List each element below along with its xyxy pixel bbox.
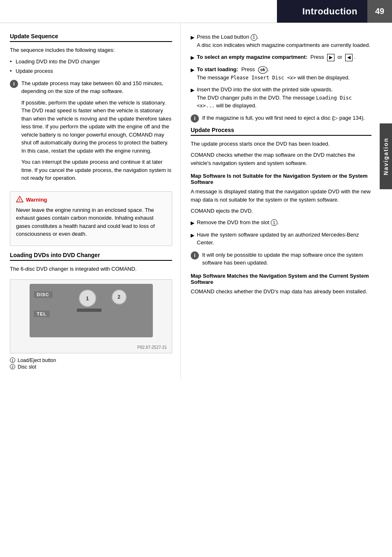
caption-row-1: 1 Load/Eject button	[10, 357, 172, 363]
info-icon-2: i	[191, 114, 199, 123]
slot-circle: 1	[271, 219, 277, 226]
info-icon-1: i	[10, 80, 18, 88]
step-insert-dvd: ▶ Insert the DVD into the slot with the …	[191, 86, 371, 110]
update-process-section: Update Process The update process starts…	[191, 127, 371, 296]
back-btn: ◀	[345, 54, 353, 61]
bullet-2: Update process	[10, 67, 172, 75]
load-eject-button-device: 1	[79, 290, 96, 307]
caption-num-2: 2	[10, 364, 15, 369]
info-block-3: i It will only be posssible to update th…	[191, 251, 371, 267]
update-process-heading: Update Process	[191, 127, 371, 136]
step2-label: To select an empty magazine compartment:	[197, 54, 307, 60]
warning-label: Warning	[26, 197, 47, 203]
caption-num-1: 1	[10, 357, 15, 363]
bullet-1: Loading DVD into the DVD changer	[10, 58, 172, 66]
right-column: ▶ Press the Load button 1. A disc icon i…	[181, 23, 392, 379]
svg-text:!: !	[19, 198, 21, 202]
info2-text: If the magazine is full, you will first …	[202, 114, 371, 123]
warning-triangle-icon: !	[16, 196, 23, 204]
warning-header: ! Warning	[16, 196, 166, 204]
update-sequence-info: i The update process may take between 60…	[10, 79, 172, 186]
loading-dvds-section: Loading DVDs into DVD Changer The 6-disc…	[10, 252, 172, 370]
step-start-loading: ▶ To start loading: Press ok. The messag…	[191, 65, 371, 81]
header-title-area: Introduction	[277, 0, 367, 23]
arrow-icon-3: ▶	[191, 66, 194, 81]
device-captions: 1 Load/Eject button 2 Disc slot	[10, 357, 172, 370]
update-sequence-section: Update Sequence The sequence includes th…	[10, 33, 172, 186]
arrow-icon-1: ▶	[191, 34, 194, 49]
disc-slot-button-device: 2	[112, 290, 127, 304]
warning-text: Never leave the engine running in an enc…	[16, 206, 166, 238]
info-icon-3: i	[191, 251, 199, 260]
map-matches-heading: Map Software Matches the Navigation Syst…	[191, 273, 371, 285]
update-sequence-heading: Update Sequence	[10, 33, 172, 42]
sub-step-update-software: ▶ Have the system software updated by an…	[191, 231, 371, 247]
warning-block: ! Warning Never leave the engine running…	[10, 191, 172, 246]
left-column: Update Sequence The sequence includes th…	[0, 23, 181, 379]
sub-step-2-text: Have the system software updated by an a…	[197, 232, 359, 246]
step1-circle: 1	[251, 34, 257, 41]
caption-text-1: Load/Eject button	[18, 357, 56, 363]
step-select-magazine: ▶ To select an empty magazine compartmen…	[191, 53, 371, 61]
disc-slot-graphic	[77, 309, 101, 312]
step4-text: Insert the DVD into the slot with the pr…	[197, 86, 333, 93]
image-reference: P82.87-2527-31	[137, 345, 167, 350]
step-press-load: ▶ Press the Load button 1. A disc icon i…	[191, 33, 371, 49]
update-sequence-info-text: The update process may take between 60 a…	[21, 79, 172, 186]
ok-btn: ok	[258, 66, 268, 74]
map-matches-para: COMAND checks whether the DVD's map data…	[191, 288, 371, 296]
step3-note: The message Please Insert Disc <x> will …	[197, 74, 350, 81]
update-process-para2: COMAND checks whether the map software o…	[191, 151, 371, 167]
arrow-icon-4: ▶	[191, 86, 194, 110]
sub-step-remove-dvd: ▶ Remove the DVD from the slot 1.	[191, 218, 371, 227]
update-sequence-intro: The sequence includes the following stag…	[10, 46, 172, 54]
tel-label: TEL	[34, 311, 50, 317]
arrow-icon-2: ▶	[191, 54, 194, 61]
map-unsuitable-heading: Map Software Is not Suitable for the Nav…	[191, 173, 371, 185]
info-block-2: i If the magazine is full, you will firs…	[191, 114, 371, 123]
caption-row-2: 2 Disc slot	[10, 364, 172, 370]
main-content: Update Sequence The sequence includes th…	[0, 23, 392, 379]
step4-note: The DVD changer pulls in the DVD. The me…	[197, 95, 352, 109]
loading-dvds-heading: Loading DVDs into DVD Changer	[10, 252, 172, 261]
arrow-icon-6: ▶	[191, 232, 194, 247]
caption-text-2: Disc slot	[18, 364, 36, 370]
update-process-para1: The update process starts once the DVD h…	[191, 140, 371, 148]
navigation-side-tab: Navigation	[380, 123, 392, 189]
step3-label: To start loading:	[197, 66, 238, 72]
loading-dvds-intro: The 6-disc DVD changer is integrated wit…	[10, 265, 172, 273]
map-unsuitable-para: A message is displayed stating that the …	[191, 188, 371, 204]
page-title: Introduction	[302, 6, 357, 17]
forward-btn: ▶	[327, 54, 334, 61]
page-header: Introduction 49	[0, 0, 392, 23]
step1-text: Press the Load button	[197, 34, 249, 40]
info3-text: It will only be posssible to update the …	[202, 251, 371, 267]
step1-note: A disc icon indicates which magazine com…	[197, 42, 370, 48]
arrow-icon-5: ▶	[191, 219, 194, 227]
device-image: DISC TEL 1 2 P82.87-2527-31	[10, 279, 172, 353]
page-number: 49	[367, 0, 392, 23]
update-sequence-bullets: Loading DVD into the DVD changer Update …	[10, 58, 172, 75]
device-body: DISC TEL 1 2	[30, 284, 153, 337]
disc-label: DISC	[34, 291, 53, 298]
comand-ejects: COMAND ejects the DVD.	[191, 207, 371, 215]
